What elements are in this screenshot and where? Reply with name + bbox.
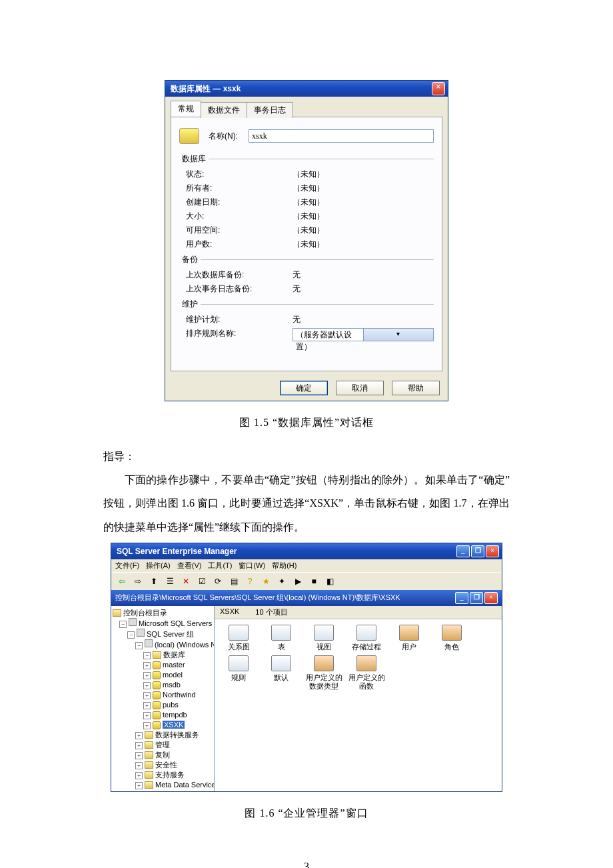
forward-icon[interactable]: ⇨ [131,575,145,588]
figure-caption-1: 图 1.5 “数据库属性”对话框 [103,416,510,430]
coll-label: 排序规则名称: [186,328,293,341]
size-label: 大小: [186,211,293,222]
close-icon[interactable]: × [486,545,499,557]
name-label: 名称(N): [209,131,249,142]
menu-view[interactable]: 查看(V) [177,561,202,571]
tree-group: SQL Server 组 [113,629,213,639]
tree-db-xsxk: XSXK [113,720,213,730]
group-database: 数据库 [179,153,209,165]
size-value: （未知） [293,211,434,222]
status-value: （未知） [293,169,434,180]
space-label: 可用空间: [186,225,293,236]
run-icon[interactable]: ▶ [291,575,305,588]
child-restore-icon[interactable]: ❐ [470,592,483,604]
tree-root: 控制台根目录 [113,608,213,618]
tree-support: 支持服务 [113,770,213,780]
tree-db-model: model [113,670,213,680]
tree-mssql: Microsoft SQL Servers [113,618,213,629]
list-count: 10 个项目 [255,607,287,617]
lastdb-value: 无 [293,269,434,281]
tree-security: 安全性 [113,760,213,770]
cancel-button[interactable]: 取消 [336,381,384,395]
help-icon[interactable]: ? [243,575,257,588]
item-udt[interactable]: 用户定义的数据类型 [303,655,345,691]
owner-value: （未知） [293,183,434,194]
tree-pane[interactable]: 控制台根目录 Microsoft SQL Servers SQL Server … [111,606,215,791]
menu-bar[interactable]: 文件(F) 操作(A) 查看(V) 工具(T) 窗口(W) 帮助(H) [111,559,502,572]
item-proc[interactable]: 存储过程 [345,625,388,651]
users-value: （未知） [293,239,434,250]
star-icon[interactable]: ★ [259,575,273,588]
item-rule[interactable]: 规则 [217,655,260,691]
tree-manage: 管理 [113,740,213,750]
list-pane: XSXK 10 个项目 关系图 表 视图 存储过程 用户 角色 规则 默认 用户… [215,606,502,791]
dialog-title: 数据库属性 — xsxk [168,83,432,95]
refresh-icon[interactable]: ⟳ [211,575,225,588]
maximize-icon[interactable]: ❐ [471,545,484,557]
menu-window[interactable]: 窗口(W) [239,561,265,571]
path-bar: 控制台根目录\Microsoft SQL Servers\SQL Server … [111,590,502,606]
database-icon [179,128,199,144]
created-label: 创建日期: [186,197,293,208]
tab-strip: 常规 数据文件 事务日志 [165,97,448,117]
path-text: 控制台根目录\Microsoft SQL Servers\SQL Server … [115,593,455,603]
item-role[interactable]: 角色 [430,625,473,651]
body-paragraph: 下面的操作步骤中，不要单击“确定”按钮（特别指出的除外）。如果单击了“确定”按钮… [103,468,510,539]
tree-databases: 数据库 [113,650,213,660]
help-button[interactable]: 帮助 [392,381,440,395]
item-user[interactable]: 用户 [388,625,430,651]
plan-label: 维护计划: [186,314,293,325]
menu-action[interactable]: 操作(A) [146,561,171,571]
lastdb-label: 上次数据库备份: [186,269,293,281]
page-number: 3 [103,861,510,868]
users-label: 用户数: [186,239,293,250]
minimize-icon[interactable]: _ [456,545,470,557]
child-minimize-icon[interactable]: _ [455,592,468,604]
item-diagram[interactable]: 关系图 [217,625,260,651]
show-tree-icon[interactable]: ☰ [163,575,177,588]
item-default[interactable]: 默认 [260,655,303,691]
ok-button[interactable]: 确定 [280,381,328,395]
menu-help[interactable]: 帮助(H) [272,561,297,571]
export-icon[interactable]: ▤ [227,575,241,588]
db-properties-dialog: 数据库属性 — xsxk × 常规 数据文件 事务日志 名称(N): 数据库 状… [165,80,448,401]
group-maint: 维护 [179,299,201,310]
chevron-down-icon[interactable]: ▾ [363,329,434,341]
tab-txlog[interactable]: 事务日志 [247,102,293,118]
guide-label: 指导： [103,445,510,468]
properties-icon[interactable]: ☑ [195,575,209,588]
tree-db-northwind: Northwind [113,690,213,700]
child-close-icon[interactable]: × [484,592,498,604]
stop-icon[interactable]: ■ [307,575,320,588]
space-value: （未知） [293,225,434,236]
status-label: 状态: [186,169,293,180]
db-icon[interactable]: ◧ [323,575,336,588]
collation-value: （服务器默认设置） [293,329,363,341]
item-table[interactable]: 表 [260,625,303,651]
item-udf[interactable]: 用户定义的函数 [345,655,388,691]
name-input[interactable] [249,129,434,143]
wizard-icon[interactable]: ✦ [275,575,289,588]
em-titlebar[interactable]: SQL Server Enterprise Manager _ ❐ × [111,543,502,559]
collation-combo[interactable]: （服务器默认设置） ▾ [293,328,434,341]
back-icon[interactable]: ⇦ [115,575,129,588]
titlebar[interactable]: 数据库属性 — xsxk × [165,81,448,97]
toolbar: ⇦ ⇨ ⬆ ☰ ✕ ☑ ⟳ ▤ ? ★ ✦ ▶ ■ ◧ [111,572,502,590]
tree-db-master: master [113,660,213,670]
close-icon[interactable]: × [432,82,445,95]
tab-datafiles[interactable]: 数据文件 [201,102,247,118]
delete-icon[interactable]: ✕ [179,575,193,588]
tree-db-pubs: pubs [113,700,213,710]
tab-general[interactable]: 常规 [171,101,201,117]
up-icon[interactable]: ⬆ [147,575,161,588]
em-title: SQL Server Enterprise Manager [114,547,456,556]
owner-label: 所有者: [186,183,293,194]
menu-file[interactable]: 文件(F) [115,561,139,571]
tree-db-msdb: msdb [113,680,213,690]
tree-db-tempdb: tempdb [113,710,213,720]
item-view[interactable]: 视图 [303,625,345,651]
dialog-buttons: 确定 取消 帮助 [165,377,448,401]
tree-repl: 复制 [113,750,213,760]
group-backup: 备份 [179,254,201,265]
menu-tools[interactable]: 工具(T) [208,561,232,571]
